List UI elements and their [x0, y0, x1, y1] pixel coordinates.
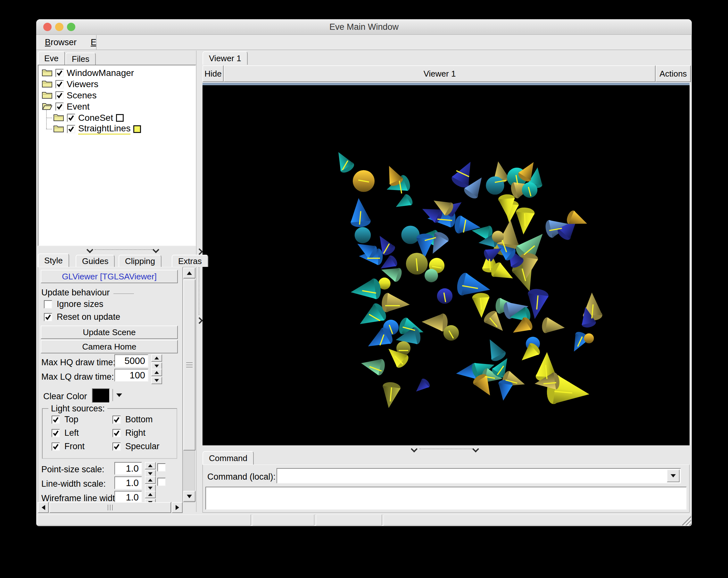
- checkbox-checked[interactable]: [67, 125, 75, 133]
- checkbox-checked[interactable]: [112, 429, 121, 437]
- tab-viewer-1[interactable]: Viewer 1: [203, 51, 248, 65]
- max-hq-input[interactable]: 5000: [114, 354, 148, 367]
- checkbox-checked[interactable]: [52, 429, 60, 437]
- light-label: Left: [64, 428, 79, 438]
- max-lq-input[interactable]: 100: [114, 369, 148, 382]
- scale-input[interactable]: 1.0: [114, 491, 142, 502]
- checkbox-checked[interactable]: [67, 114, 75, 122]
- checkbox-unchecked[interactable]: [157, 463, 166, 472]
- command-input[interactable]: [277, 468, 681, 483]
- checkbox-unchecked[interactable]: [44, 300, 52, 309]
- checkbox-checked[interactable]: [112, 416, 121, 424]
- color-swatch[interactable]: [116, 114, 124, 122]
- status-segment: [316, 515, 382, 525]
- tree-item-windowmanager[interactable]: WindowManager: [42, 67, 134, 79]
- command-tab-label: Command: [209, 453, 248, 463]
- cone: [381, 292, 411, 314]
- scroll-right-button[interactable]: [172, 502, 183, 513]
- command-output[interactable]: [205, 487, 687, 510]
- checkbox-checked[interactable]: [55, 103, 64, 111]
- tab-eve[interactable]: Eve: [38, 51, 65, 65]
- hide-button[interactable]: Hide: [203, 65, 224, 82]
- light-left[interactable]: Left: [52, 428, 79, 438]
- light-front[interactable]: Front: [52, 442, 85, 451]
- splitter-dots: [95, 249, 152, 250]
- light-right[interactable]: Right: [112, 428, 146, 438]
- menu-item-browser[interactable]: Browser: [45, 37, 77, 47]
- spin-up-icon[interactable]: [151, 354, 162, 362]
- collapse-right-icon[interactable]: [196, 317, 203, 324]
- checkbox-label: Reset on update: [57, 312, 120, 322]
- checkbox-checked[interactable]: [112, 443, 121, 451]
- tab-extras[interactable]: Extras: [172, 255, 208, 267]
- checkbox-checked[interactable]: [55, 69, 64, 77]
- camera-home-button[interactable]: Camera Home: [41, 340, 178, 353]
- style-vertical-scrollbar[interactable]: [183, 267, 195, 502]
- scroll-down-button[interactable]: [183, 491, 196, 502]
- scroll-left-button[interactable]: [38, 502, 49, 513]
- scale-spinner[interactable]: [145, 491, 156, 502]
- command-dropdown-button[interactable]: [667, 469, 680, 482]
- viewer-accent-bar: [203, 82, 690, 85]
- max-lq-spinner[interactable]: [151, 369, 162, 384]
- checkbox-unchecked[interactable]: [157, 478, 166, 486]
- tree-connector: [46, 110, 47, 129]
- tree-item-event[interactable]: Event: [42, 101, 90, 112]
- tree-item-label: Scenes: [67, 90, 97, 101]
- collapse-up-icon[interactable]: [86, 246, 93, 253]
- title-bar[interactable]: Eve Main Window: [36, 19, 692, 35]
- spin-down-icon[interactable]: [151, 377, 162, 384]
- checkbox-checked[interactable]: [52, 443, 60, 451]
- light-top[interactable]: Top: [52, 415, 78, 424]
- scale-input[interactable]: 1.0: [114, 462, 142, 475]
- light-specular[interactable]: Specular: [112, 442, 160, 451]
- max-hq-spinner[interactable]: [151, 354, 162, 370]
- scroll-up-button[interactable]: [183, 267, 196, 279]
- collapse-left-icon[interactable]: [196, 248, 203, 255]
- tab-style[interactable]: Style: [38, 254, 69, 267]
- checkbox-checked[interactable]: [44, 313, 52, 321]
- style-horizontal-scrollbar[interactable]: [38, 502, 183, 513]
- update-scene-button[interactable]: Update Scene: [41, 325, 178, 339]
- clear-color-swatch[interactable]: [92, 388, 110, 403]
- actions-button[interactable]: Actions: [656, 65, 691, 82]
- tree-item-coneset[interactable]: ConeSet: [53, 112, 124, 123]
- update-behaviour-group-label: Update behaviour: [41, 288, 134, 298]
- cone: [421, 313, 448, 332]
- checkbox-row-reset-on-update[interactable]: Reset on update: [44, 312, 120, 322]
- tree-item-straightlines[interactable]: StraightLines: [53, 123, 141, 135]
- cone-facing-viewer: [443, 325, 459, 341]
- tab-label: Eve: [44, 53, 59, 63]
- left-splitter[interactable]: [43, 247, 193, 253]
- collapse-down-icon[interactable]: [153, 246, 159, 253]
- tab-clipping[interactable]: Clipping: [119, 255, 161, 267]
- light-bottom[interactable]: Bottom: [112, 415, 153, 424]
- viewer-title-bar[interactable]: Viewer 1: [224, 65, 656, 82]
- checkbox-checked[interactable]: [55, 91, 64, 100]
- color-swatch[interactable]: [133, 125, 141, 133]
- collapse-down-icon[interactable]: [472, 446, 479, 452]
- cone-facing-viewer: [401, 226, 419, 244]
- scale-input[interactable]: 1.0: [114, 476, 142, 489]
- tab-files[interactable]: Files: [66, 53, 96, 65]
- folder-icon: [42, 68, 53, 78]
- checkbox-checked[interactable]: [55, 80, 64, 88]
- tree-item-viewers[interactable]: Viewers: [42, 79, 98, 90]
- scale-spinner[interactable]: [145, 476, 156, 492]
- scrollbar-thumb[interactable]: [49, 502, 171, 513]
- gl-viewport[interactable]: [203, 85, 690, 445]
- cone-facing-viewer: [424, 269, 438, 282]
- clear-color-dropdown-icon[interactable]: [116, 393, 122, 397]
- main-splitter[interactable]: [196, 51, 202, 512]
- scale-spinner[interactable]: [145, 462, 156, 477]
- glviewer-button[interactable]: GLViewer [TGLSAViewer]: [41, 270, 178, 283]
- scrollbar-thumb[interactable]: [183, 280, 196, 450]
- tab-guides[interactable]: Guides: [76, 255, 115, 267]
- tree-item-scenes[interactable]: Scenes: [42, 90, 97, 101]
- tab-command[interactable]: Command: [203, 451, 254, 465]
- cone: [360, 355, 386, 376]
- collapse-up-icon[interactable]: [411, 446, 417, 452]
- checkbox-checked[interactable]: [52, 416, 60, 424]
- spin-up-icon[interactable]: [151, 369, 162, 376]
- checkbox-row-ignore-sizes[interactable]: Ignore sizes: [44, 299, 104, 309]
